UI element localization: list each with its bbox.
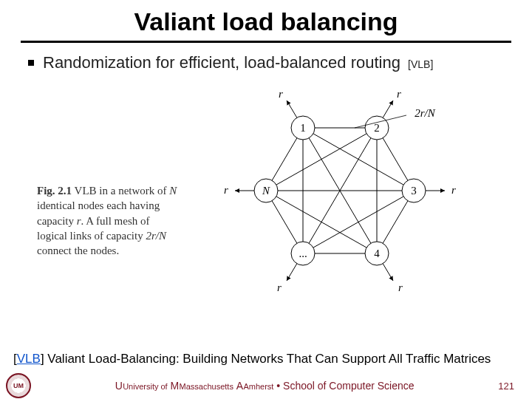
edge-capacity-label: 2r/N (415, 107, 436, 119)
r-label-6: r (224, 184, 228, 196)
svg-line-8 (266, 128, 377, 191)
footer-sep: • (276, 380, 283, 392)
node-label-2: 2 (374, 122, 380, 134)
page-number: 121 (498, 381, 514, 392)
vlb-network-diagram: 1 2 3 4 ... N r r r r r r 2r/N (207, 87, 473, 294)
reference-title: Valiant Load-Balancing: Building Network… (44, 352, 491, 366)
node-label-5: ... (299, 248, 307, 259)
figure-number: Fig. 2.1 (37, 185, 72, 197)
bullet-marker-icon (28, 60, 34, 66)
node-label-1: 1 (300, 122, 306, 134)
cap-t4: connect the nodes. (37, 245, 119, 256)
svg-line-13 (266, 191, 377, 253)
r-label-3: r (451, 184, 456, 196)
figure-zone: Fig. 2.1 VLB in a network of N identical… (0, 72, 532, 301)
footer-univ3: Amherst (243, 382, 273, 391)
r-label-5: r (277, 282, 282, 293)
footer-univ1: University of (123, 382, 168, 391)
node-label-6: N (262, 185, 270, 197)
node-label-4: 4 (374, 248, 380, 259)
r-label-4: r (398, 282, 403, 293)
cap-t1: VLB in a network of (72, 185, 169, 197)
slide-footer: UM UUniversity of MMassachusetts AAmhers… (0, 372, 532, 399)
slide-title: Valiant load balancing (0, 0, 532, 41)
r-label-2: r (397, 88, 401, 100)
figure-caption: Fig. 2.1 VLB in a network of N identical… (37, 183, 177, 258)
footer-univ2: Massachusetts (180, 382, 233, 391)
bullet-text: Randomization for efficient, load-balanc… (43, 53, 400, 72)
title-rule (21, 41, 511, 43)
footer-school: School of Computer Science (283, 380, 414, 392)
node-label-3: 3 (411, 185, 417, 197)
r-label-1: r (279, 88, 283, 100)
bullet-row: Randomization for efficient, load-balanc… (0, 53, 532, 72)
bullet-citation: [VLB] (408, 58, 433, 70)
svg-line-10 (303, 191, 414, 253)
cap-cap: 2r/N (146, 230, 166, 242)
reference-link[interactable]: VLB (17, 352, 41, 366)
university-seal-icon: UM (6, 373, 31, 398)
footer-text: UUniversity of MMassachusetts AAmherst •… (31, 380, 498, 392)
reference-line: [VLB] Valiant Load-Balancing: Building N… (13, 352, 491, 366)
cap-N: N (169, 185, 177, 197)
